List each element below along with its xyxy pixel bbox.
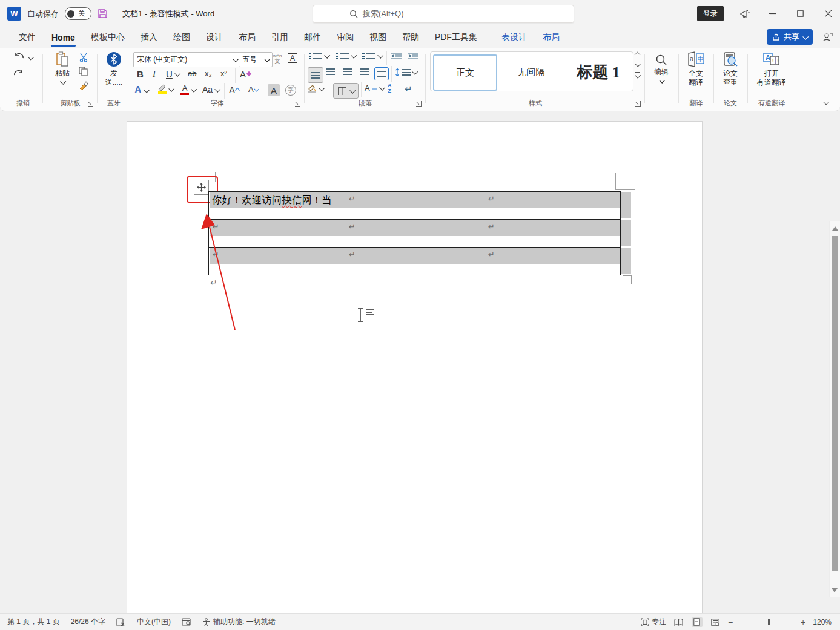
justify-button[interactable] bbox=[308, 67, 323, 83]
scroll-down-arrow[interactable] bbox=[832, 588, 838, 592]
enclose-characters-button[interactable]: 字 bbox=[285, 84, 297, 96]
zoom-slider[interactable] bbox=[740, 622, 793, 622]
styles-scroll-up[interactable] bbox=[635, 52, 641, 58]
minimize-button[interactable] bbox=[766, 8, 778, 20]
feedback-megaphone-icon[interactable] bbox=[739, 8, 750, 19]
clipboard-dialog-launcher[interactable] bbox=[88, 101, 93, 107]
font-dialog-launcher[interactable] bbox=[295, 101, 300, 107]
strikethrough-button[interactable]: ab bbox=[188, 70, 196, 77]
person-icon[interactable] bbox=[822, 32, 833, 42]
share-button[interactable]: 共享 bbox=[767, 29, 813, 45]
table-row[interactable]: 你好！欢迎访问抉信网！当 ↵ ↵ bbox=[208, 191, 621, 220]
autosave-toggle[interactable]: 关 bbox=[65, 7, 91, 20]
grow-font-button[interactable]: A bbox=[229, 85, 239, 94]
phonetic-guide-button[interactable]: wén 文 bbox=[270, 51, 285, 67]
tab-table-layout[interactable]: 布局 bbox=[535, 28, 567, 47]
borders-button[interactable] bbox=[333, 83, 359, 99]
collapse-ribbon-chevron[interactable] bbox=[823, 99, 829, 105]
distribute-button[interactable] bbox=[374, 67, 389, 80]
align-right-button[interactable] bbox=[343, 68, 352, 75]
document-table[interactable]: 你好！欢迎访问抉信网！当 ↵ ↵ ↵ ↵ ↵ ↵ ↵ ↵ bbox=[208, 191, 621, 275]
clear-formatting-button[interactable]: A bbox=[240, 70, 252, 79]
tab-draw[interactable]: 绘图 bbox=[165, 28, 198, 47]
line-spacing-button[interactable] bbox=[395, 68, 417, 76]
align-justify-button[interactable] bbox=[360, 68, 369, 75]
numbering-button[interactable] bbox=[336, 53, 356, 59]
web-layout-button[interactable] bbox=[710, 617, 721, 627]
bold-button[interactable]: B bbox=[137, 70, 144, 79]
tab-table-design[interactable]: 表设计 bbox=[494, 28, 535, 47]
cut-button[interactable] bbox=[79, 53, 88, 62]
font-size-combo[interactable]: 五号 bbox=[239, 52, 273, 67]
shrink-font-button[interactable]: A bbox=[248, 85, 258, 93]
scroll-up-arrow[interactable] bbox=[832, 226, 838, 231]
paste-button[interactable]: 粘贴 bbox=[50, 51, 75, 84]
language-indicator[interactable]: 中文(中国) bbox=[137, 617, 171, 627]
text-effects-button[interactable]: A bbox=[134, 85, 148, 95]
character-shading-button[interactable]: A bbox=[268, 84, 280, 96]
style-normal[interactable]: 正文 bbox=[433, 54, 497, 91]
document-page[interactable]: 你好！欢迎访问抉信网！当 ↵ ↵ ↵ ↵ ↵ ↵ ↵ ↵ bbox=[127, 121, 703, 614]
editing-button[interactable]: 编辑 bbox=[649, 54, 673, 83]
tab-template-center[interactable]: 模板中心 bbox=[83, 28, 133, 47]
font-name-combo[interactable]: 宋体 (中文正文) bbox=[133, 52, 241, 67]
tab-review[interactable]: 审阅 bbox=[329, 28, 362, 47]
print-layout-button[interactable] bbox=[692, 617, 703, 627]
tab-home[interactable]: Home bbox=[44, 29, 83, 46]
multilevel-list-button[interactable] bbox=[362, 53, 382, 59]
asian-layout-button[interactable]: A bbox=[365, 84, 384, 92]
save-icon[interactable] bbox=[98, 8, 108, 19]
tab-references[interactable]: 引用 bbox=[263, 28, 296, 47]
undo-button[interactable] bbox=[13, 53, 33, 62]
bullets-button[interactable] bbox=[309, 53, 329, 59]
focus-mode-button[interactable]: 专注 bbox=[641, 617, 666, 627]
maximize-button[interactable] bbox=[794, 8, 806, 20]
align-center-button[interactable] bbox=[326, 68, 335, 75]
show-marks-button[interactable]: ↵ bbox=[405, 84, 412, 93]
tab-layout[interactable]: 布局 bbox=[231, 28, 263, 47]
accessibility-status[interactable]: 辅助功能: 一切就绪 bbox=[213, 617, 276, 627]
proofing-icon[interactable] bbox=[116, 618, 126, 626]
shading-button[interactable] bbox=[308, 84, 323, 93]
table-row[interactable]: ↵ ↵ ↵ bbox=[208, 219, 621, 248]
macro-record-icon[interactable] bbox=[182, 618, 191, 626]
italic-button[interactable]: I bbox=[153, 70, 156, 79]
styles-scroll-down[interactable] bbox=[635, 61, 641, 67]
highlight-button[interactable] bbox=[157, 84, 173, 94]
paper-check-button[interactable]: 论文 查重 bbox=[717, 51, 744, 87]
table-row[interactable]: ↵ ↵ ↵ bbox=[208, 247, 621, 275]
styles-more-button[interactable] bbox=[635, 72, 640, 78]
tab-pdf-tools[interactable]: PDF工具集 bbox=[427, 28, 485, 47]
copy-button[interactable] bbox=[79, 67, 88, 76]
character-border-button[interactable]: A bbox=[286, 51, 299, 65]
tab-design[interactable]: 设计 bbox=[198, 28, 231, 47]
superscript-button[interactable]: x² bbox=[220, 70, 227, 77]
word-count[interactable]: 26/26 个字 bbox=[71, 617, 105, 627]
style-heading1[interactable]: 标题 1 bbox=[564, 54, 633, 90]
subscript-button[interactable]: x₂ bbox=[205, 70, 212, 77]
styles-dialog-launcher[interactable] bbox=[635, 101, 641, 107]
search-input[interactable]: 搜索(Alt+Q) bbox=[313, 5, 574, 23]
vertical-scrollbar[interactable] bbox=[829, 221, 840, 597]
table-resize-handle[interactable] bbox=[623, 275, 632, 284]
zoom-in-button[interactable]: + bbox=[801, 617, 805, 627]
page-info[interactable]: 第 1 页，共 1 页 bbox=[7, 617, 60, 627]
youdao-translate-button[interactable]: A中 打开 有道翻译 bbox=[752, 51, 791, 87]
decrease-indent-button[interactable] bbox=[391, 53, 402, 60]
font-color-button[interactable]: A bbox=[180, 84, 196, 95]
table-cell-text[interactable]: 你好！欢迎访问抉信网！当 bbox=[212, 194, 332, 207]
increase-indent-button[interactable] bbox=[408, 53, 418, 60]
bluetooth-send-button[interactable]: 发 送..... bbox=[102, 51, 125, 87]
zoom-out-button[interactable]: − bbox=[728, 617, 733, 627]
sort-button[interactable]: A Z bbox=[388, 83, 392, 94]
scrollbar-thumb[interactable] bbox=[832, 236, 838, 571]
read-mode-button[interactable] bbox=[673, 617, 684, 627]
tab-insert[interactable]: 插入 bbox=[133, 28, 165, 47]
tab-view[interactable]: 视图 bbox=[362, 28, 394, 47]
zoom-level[interactable]: 120% bbox=[813, 618, 832, 626]
format-painter-button[interactable] bbox=[79, 80, 88, 90]
sign-in-button[interactable]: 登录 bbox=[697, 6, 724, 21]
redo-button[interactable] bbox=[12, 70, 24, 79]
change-case-button[interactable]: Aa bbox=[202, 85, 219, 94]
zoom-slider-thumb[interactable] bbox=[768, 619, 770, 625]
